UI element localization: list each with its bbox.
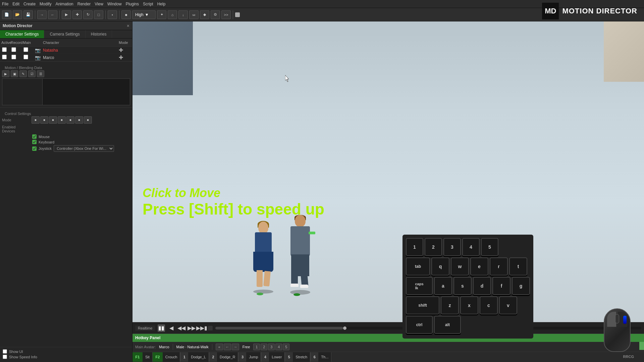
hk-6-num[interactable]: 6 bbox=[310, 352, 318, 362]
menu-plugins[interactable]: Plugins bbox=[126, 2, 139, 6]
marco-name[interactable]: Marco bbox=[43, 55, 119, 60]
key-c[interactable]: c bbox=[480, 296, 498, 314]
hk-2-num[interactable]: 2 bbox=[209, 352, 217, 362]
hk-f1-fn[interactable]: F1 bbox=[132, 352, 143, 362]
natasha-name[interactable]: Natasha bbox=[43, 48, 119, 53]
hk-1-num[interactable]: 1 bbox=[180, 352, 188, 362]
key-v[interactable]: v bbox=[499, 296, 517, 314]
tb-camera[interactable]: ■ bbox=[121, 10, 131, 19]
joystick-checkbox[interactable] bbox=[32, 146, 37, 151]
tb-rotate[interactable]: ↻ bbox=[83, 10, 93, 19]
marco-active-checkbox[interactable] bbox=[1, 55, 7, 59]
marco-main-checkbox[interactable] bbox=[23, 55, 29, 59]
key-tab[interactable]: tab bbox=[406, 257, 430, 276]
keyboard-checkbox[interactable] bbox=[32, 140, 37, 144]
play-button[interactable]: ▶▶ bbox=[188, 324, 195, 332]
menu-window[interactable]: Window bbox=[107, 2, 122, 6]
viewport[interactable]: Click to Move Press [Shift] to speed up bbox=[132, 21, 644, 322]
key-s[interactable]: s bbox=[453, 277, 472, 295]
menu-render[interactable]: Render bbox=[77, 2, 91, 6]
hk-2-label[interactable]: Dodge_R bbox=[217, 352, 238, 362]
mode-btn-5[interactable]: ■ bbox=[66, 116, 74, 124]
tb-transform[interactable]: ✚ bbox=[72, 10, 82, 19]
tb-down-arrow[interactable]: ↓ bbox=[178, 10, 188, 19]
key-caps[interactable]: capslk bbox=[406, 277, 433, 295]
tb-more[interactable]: >> bbox=[221, 10, 231, 19]
stop-button[interactable] bbox=[235, 12, 240, 17]
num-btn-4[interactable]: 4 bbox=[275, 344, 282, 350]
mode-btn-6[interactable]: ■ bbox=[75, 116, 83, 124]
key-f[interactable]: f bbox=[492, 277, 511, 295]
rewind-button[interactable]: ◀◀ bbox=[178, 324, 185, 332]
mode-btn-3[interactable]: ■ bbox=[49, 116, 57, 124]
tb-save[interactable]: 💾 bbox=[23, 10, 33, 19]
show-speed-checkbox[interactable] bbox=[3, 355, 7, 359]
key-a[interactable]: a bbox=[434, 277, 452, 295]
quality-dropdown[interactable]: High ▼ bbox=[132, 10, 156, 19]
key-z[interactable]: z bbox=[441, 296, 459, 314]
key-alt[interactable]: alt bbox=[434, 316, 461, 334]
mode-btn-4[interactable]: ■ bbox=[58, 116, 66, 124]
key-g[interactable]: g bbox=[512, 277, 530, 295]
marco-move-icon[interactable]: ✚ bbox=[119, 54, 131, 61]
mouse-scroll-wheel[interactable] bbox=[615, 314, 619, 323]
mode-btn-2[interactable]: ■ bbox=[40, 116, 48, 124]
tab-camera-settings[interactable]: Camera Settings bbox=[44, 30, 85, 38]
panel-close-button[interactable]: × bbox=[127, 23, 129, 28]
hk-3-label[interactable]: Jump bbox=[246, 352, 261, 362]
tab-histories[interactable]: Histories bbox=[86, 30, 112, 38]
mouse-checkbox[interactable] bbox=[32, 134, 37, 139]
controller-select[interactable]: Controller (Xbox One For Wi... bbox=[54, 145, 114, 152]
pause-button[interactable]: ▮▮ bbox=[158, 324, 165, 332]
tb-home[interactable]: ⌂ bbox=[168, 10, 177, 19]
key-shift[interactable]: shift bbox=[406, 296, 439, 314]
hk-6-label[interactable]: Th... bbox=[318, 352, 331, 362]
menu-create[interactable]: Create bbox=[23, 2, 36, 6]
natasha-main-checkbox[interactable] bbox=[23, 47, 29, 52]
menu-modify[interactable]: Modify bbox=[40, 2, 51, 6]
tb-arrow[interactable]: ▶ bbox=[62, 10, 71, 19]
hk-5-num[interactable]: 5 bbox=[285, 352, 293, 362]
key-4[interactable]: 4 bbox=[462, 238, 480, 256]
tab-character-settings[interactable]: Character Settings bbox=[0, 30, 44, 38]
menu-animation[interactable]: Animation bbox=[55, 2, 73, 6]
key-5[interactable]: 5 bbox=[481, 238, 498, 256]
hk-3-num[interactable]: 3 bbox=[238, 352, 246, 362]
tb-frame[interactable]: □ bbox=[94, 10, 103, 19]
motion-btn-5[interactable]: ☰ bbox=[37, 70, 44, 77]
hk-f2-label[interactable]: Crouch bbox=[163, 352, 180, 362]
hk-f1-label[interactable]: Sit bbox=[143, 352, 152, 362]
mode-btn-1[interactable]: ■ bbox=[32, 116, 40, 124]
show-ui-checkbox[interactable] bbox=[3, 349, 7, 354]
key-t[interactable]: t bbox=[509, 257, 527, 276]
key-3[interactable]: 3 bbox=[443, 238, 461, 256]
menu-edit[interactable]: Edit bbox=[12, 2, 19, 6]
avatar-name[interactable]: Marco bbox=[159, 345, 169, 349]
hk-4-label[interactable]: Lower bbox=[269, 352, 284, 362]
num-btn-1[interactable]: 1 bbox=[253, 344, 260, 350]
hk-4-num[interactable]: 4 bbox=[261, 352, 269, 362]
key-q[interactable]: q bbox=[431, 257, 449, 276]
menu-file[interactable]: File bbox=[2, 2, 8, 6]
key-x[interactable]: x bbox=[460, 296, 478, 314]
num-btn-5[interactable]: 5 bbox=[283, 344, 289, 350]
key-ctrl[interactable]: ctrl bbox=[406, 316, 433, 334]
nav-btn-right[interactable]: → bbox=[232, 344, 239, 350]
hk-f2-fn[interactable]: F2 bbox=[153, 352, 163, 362]
nav-btn-left[interactable]: ← bbox=[224, 344, 231, 350]
natasha-active-checkbox[interactable] bbox=[1, 47, 7, 52]
tb-dot[interactable]: • bbox=[108, 10, 117, 19]
motion-btn-3[interactable]: ✎ bbox=[19, 70, 27, 77]
prev-button[interactable]: ◀ bbox=[168, 324, 175, 332]
natasha-record-checkbox[interactable] bbox=[11, 47, 17, 52]
tb-open[interactable]: 📂 bbox=[13, 10, 22, 19]
nav-btn-left2[interactable]: « bbox=[216, 344, 223, 350]
menu-view[interactable]: View bbox=[95, 2, 103, 6]
menu-help[interactable]: Help bbox=[157, 2, 166, 6]
mode-btn-7[interactable]: ■ bbox=[84, 116, 92, 124]
num-btn-3[interactable]: 3 bbox=[268, 344, 275, 350]
motion-btn-1[interactable]: ▶ bbox=[2, 70, 9, 77]
motion-btn-2[interactable]: ▣ bbox=[11, 70, 18, 77]
key-r[interactable]: r bbox=[490, 257, 508, 276]
num-btn-2[interactable]: 2 bbox=[261, 344, 267, 350]
